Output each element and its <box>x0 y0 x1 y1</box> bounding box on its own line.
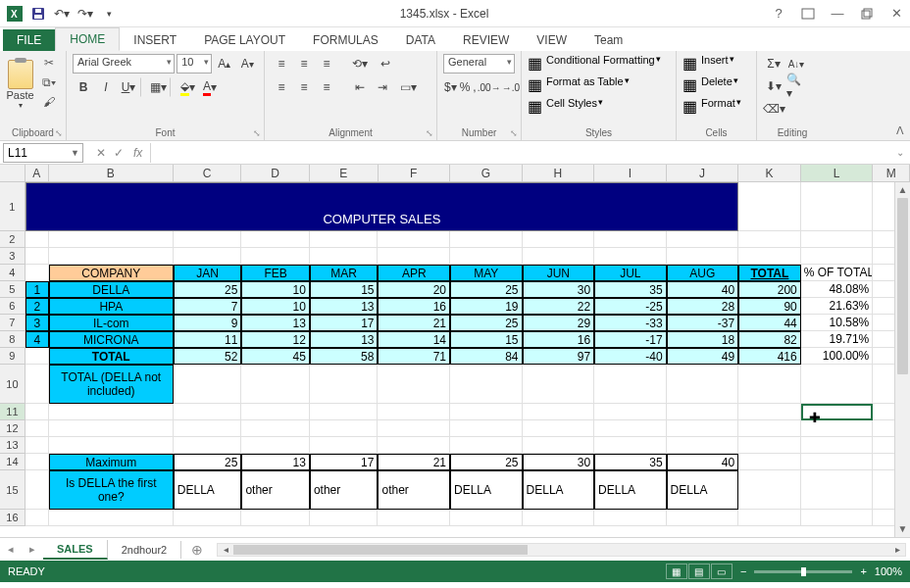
col-header-K[interactable]: K <box>738 165 801 181</box>
cell[interactable] <box>801 365 874 404</box>
percent-format-icon[interactable]: % <box>459 77 472 97</box>
font-color-icon[interactable]: A▾ <box>199 77 221 97</box>
pct-cell[interactable]: 19.71% <box>801 331 874 348</box>
data-cell[interactable]: -37 <box>667 315 739 331</box>
merge-center-icon[interactable]: ▭▾ <box>394 77 422 97</box>
horizontal-scrollbar[interactable]: ◂ ▸ <box>217 543 906 557</box>
data-cell[interactable]: 13 <box>310 331 379 348</box>
cell[interactable] <box>450 420 523 437</box>
cell[interactable] <box>801 437 874 454</box>
header-month[interactable]: JAN <box>174 265 242 281</box>
sheet-tab-2ndhour2[interactable]: 2ndhour2 <box>108 541 182 559</box>
cell[interactable] <box>801 470 874 510</box>
cell[interactable] <box>594 404 667 420</box>
first-cell[interactable]: other <box>241 470 310 510</box>
total-cell[interactable]: 200 <box>738 281 801 298</box>
cell[interactable] <box>310 365 379 404</box>
header-company[interactable]: COMPANY <box>49 265 174 281</box>
col-header-A[interactable]: A <box>25 165 49 181</box>
idx-cell[interactable]: 1 <box>25 281 49 298</box>
conditional-formatting-button[interactable]: ▦Conditional Formatting▾ <box>528 54 670 73</box>
data-cell[interactable]: 12 <box>241 331 310 348</box>
zoom-level[interactable]: 100% <box>875 565 902 577</box>
cell[interactable] <box>738 248 801 265</box>
cell[interactable] <box>523 231 595 248</box>
row-header-2[interactable]: 2 <box>0 231 25 248</box>
sort-filter-icon[interactable]: A↓▾ <box>785 54 807 74</box>
cell[interactable] <box>801 182 874 231</box>
data-cell[interactable]: -33 <box>594 315 667 331</box>
max-cell[interactable]: 25 <box>174 454 242 470</box>
cell[interactable] <box>174 437 242 454</box>
delete-cells-button[interactable]: ▦Delete▾ <box>682 75 750 94</box>
font-name-combo[interactable]: Arial Greek <box>73 54 175 74</box>
col-header-G[interactable]: G <box>450 165 523 181</box>
format-cells-button[interactable]: ▦Format▾ <box>682 97 750 116</box>
tab-review[interactable]: REVIEW <box>449 29 523 51</box>
total-cell[interactable]: 82 <box>738 331 801 348</box>
data-cell[interactable]: 15 <box>310 281 379 298</box>
cell[interactable] <box>378 248 450 265</box>
name-box[interactable]: L11▼ <box>3 143 83 163</box>
format-painter-icon[interactable]: 🖌 <box>38 93 60 111</box>
cell[interactable] <box>241 365 310 404</box>
idx-cell[interactable]: 2 <box>25 298 49 315</box>
cell[interactable] <box>738 365 801 404</box>
minimize-icon[interactable]: — <box>828 4 847 24</box>
cell[interactable] <box>738 437 801 454</box>
collapse-ribbon-icon[interactable]: ᐱ <box>896 124 904 137</box>
borders-icon[interactable]: ▦▾ <box>147 77 169 97</box>
col-header-F[interactable]: F <box>379 165 451 181</box>
insert-cells-button[interactable]: ▦Insert▾ <box>682 54 750 73</box>
cell[interactable] <box>49 231 174 248</box>
qat-customize-icon[interactable]: ▾ <box>98 3 120 24</box>
cell[interactable] <box>310 437 379 454</box>
tab-file[interactable]: FILE <box>3 29 55 51</box>
idx-cell[interactable]: 4 <box>25 331 49 348</box>
data-cell[interactable]: 14 <box>378 331 450 348</box>
cell[interactable] <box>594 365 667 404</box>
total-cell[interactable]: 44 <box>738 315 801 331</box>
total-label[interactable]: TOTAL <box>49 348 174 365</box>
cell[interactable] <box>49 420 174 437</box>
header-month[interactable]: APR <box>378 265 450 281</box>
cell[interactable] <box>594 510 667 526</box>
bold-button[interactable]: B <box>73 77 94 97</box>
align-top-icon[interactable]: ≡ <box>271 54 292 74</box>
scroll-right-icon[interactable]: ▸ <box>889 544 905 555</box>
data-cell[interactable]: 30 <box>523 281 595 298</box>
page-layout-view-icon[interactable]: ▤ <box>688 564 710 579</box>
cell[interactable] <box>801 420 874 437</box>
total-data[interactable]: 97 <box>523 348 595 365</box>
cell[interactable] <box>523 437 595 454</box>
wrap-text-icon[interactable]: ↩ <box>372 54 399 74</box>
data-cell[interactable]: 16 <box>523 331 595 348</box>
row-header-12[interactable]: 12 <box>0 420 25 437</box>
col-header-I[interactable]: I <box>594 165 667 181</box>
row-header-7[interactable]: 7 <box>0 315 25 331</box>
total-data[interactable]: 58 <box>310 348 379 365</box>
cell[interactable] <box>241 248 310 265</box>
increase-indent-icon[interactable]: ⇥ <box>372 77 393 97</box>
cell[interactable] <box>310 404 379 420</box>
col-header-B[interactable]: B <box>49 165 174 181</box>
cell[interactable] <box>594 231 667 248</box>
cell[interactable] <box>738 404 801 420</box>
cell[interactable] <box>450 365 523 404</box>
cell[interactable] <box>241 231 310 248</box>
cell[interactable] <box>378 365 450 404</box>
cell[interactable] <box>174 510 242 526</box>
row-header-4[interactable]: 4 <box>0 265 25 281</box>
cell[interactable] <box>241 437 310 454</box>
excel-icon[interactable]: X <box>4 3 25 24</box>
cell[interactable] <box>450 248 523 265</box>
header-month[interactable]: MAY <box>450 265 523 281</box>
close-icon[interactable]: ✕ <box>886 4 906 24</box>
cell[interactable] <box>450 231 523 248</box>
cell[interactable] <box>738 420 801 437</box>
cell[interactable] <box>25 404 49 420</box>
cell[interactable] <box>667 510 739 526</box>
cell[interactable] <box>378 510 450 526</box>
redo-icon[interactable]: ↷▾ <box>75 3 96 24</box>
data-cell[interactable]: 18 <box>667 331 739 348</box>
